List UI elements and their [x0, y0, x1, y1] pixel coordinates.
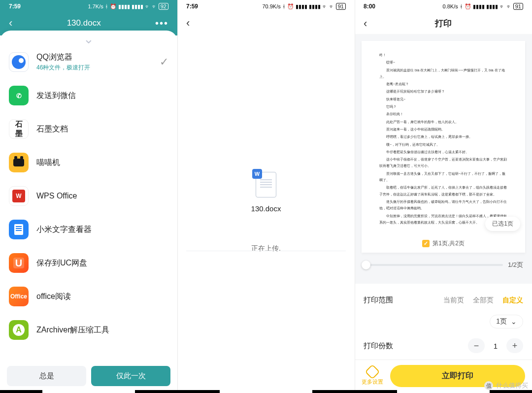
page-slider[interactable]: 1/2页	[362, 253, 525, 275]
slider-label: 1/2页	[508, 261, 523, 269]
battery-icon: 91	[513, 3, 523, 10]
always-button[interactable]: 总是	[7, 366, 86, 386]
chevron-down-icon: ⌄	[511, 318, 517, 326]
sheet-footer: 总是 仅此一次	[0, 361, 177, 393]
phone-share-sheet: 7:59 1.7K/s ᚼ ⏰ ▮▮▮▮ ▮▮▮▮ ᯤ ᯤ 92 ‹ 130.d…	[0, 0, 177, 393]
app-label: 保存到UC网盘	[36, 258, 87, 268]
app-label: office阅读	[36, 292, 71, 302]
app-row-zarchiver[interactable]: A ZArchiver解压缩工具	[0, 313, 177, 347]
page-footer: ✓ 第1页,共2页	[362, 239, 525, 248]
app-row-xiaomi-doc[interactable]: 小米文字查看器	[0, 213, 177, 246]
print-range-row: 打印范围 当前页 全部页 自定义	[364, 291, 523, 310]
app-label: 喵喵机	[36, 158, 60, 168]
qq-browser-icon	[9, 52, 29, 72]
office-read-icon: Office	[9, 287, 29, 306]
slider-track[interactable]	[364, 264, 503, 266]
divider	[186, 251, 346, 251]
phone-print: 8:00 0.8K/s ᚼ ⏰ ▮▮▮▮ ▮▮▮▮ ᯤ ᯤ 91 ‹ 打印 咚！…	[355, 0, 532, 393]
wifi-icon: ᯤ	[152, 3, 157, 9]
range-select[interactable]: 1页 ⌄	[490, 315, 523, 328]
range-opt-custom[interactable]: 自定义	[502, 296, 523, 305]
shimo-icon: 石墨	[9, 119, 29, 139]
back-button[interactable]: ‹	[9, 18, 12, 29]
title-bar: ‹ 打印	[355, 13, 532, 34]
signal-icon: ▮▮▮▮	[132, 3, 143, 10]
print-button[interactable]: 立即打印	[390, 365, 525, 387]
sheet-handle[interactable]: ⌄	[83, 33, 94, 45]
plus-button[interactable]: +	[506, 338, 523, 353]
more-button[interactable]: •••	[155, 18, 168, 28]
docx-badge: W	[252, 169, 262, 179]
range-opt-all[interactable]: 全部页	[473, 296, 494, 305]
print-settings: 打印范围 当前页 全部页 自定义 1页 ⌄ 打印份数 − 1 +	[355, 284, 532, 360]
checkbox-icon[interactable]: ✓	[422, 240, 430, 247]
status-right: 0.8K/s ᚼ ⏰ ▮▮▮▮ ▮▮▮▮ ᯤ ᯤ 91	[443, 3, 523, 10]
status-bar: 8:00 0.8K/s ᚼ ⏰ ▮▮▮▮ ▮▮▮▮ ᯤ ᯤ 91	[355, 0, 532, 13]
page-title: 打印	[435, 18, 452, 29]
signal-icon: ▮▮▮▮	[309, 3, 321, 10]
miaomiao-icon	[9, 153, 29, 172]
print-range-label: 打印范围	[364, 295, 393, 305]
alarm-icon: ⏰	[287, 3, 294, 10]
wifi-icon: ᯤ	[329, 3, 334, 9]
range-segmented: 当前页 全部页 自定义	[443, 296, 523, 305]
minus-button[interactable]: −	[468, 338, 485, 353]
back-button[interactable]: ‹	[186, 18, 190, 29]
selected-chip: 已选1页	[485, 217, 520, 231]
more-settings-button[interactable]: 更多设置	[362, 366, 383, 386]
app-row-wechat[interactable]: ✆ 发送到微信	[0, 79, 177, 112]
copies-row: 打印份数 − 1 +	[364, 333, 523, 358]
check-icon: ✓	[160, 56, 168, 68]
upload-filename: 130.docx	[251, 204, 281, 213]
zarchiver-icon: A	[9, 320, 29, 340]
app-label: 小米文字查看器	[36, 225, 92, 235]
status-bar: 7:59 1.7K/s ᚼ ⏰ ▮▮▮▮ ▮▮▮▮ ᯤ ᯤ 92	[0, 0, 177, 13]
gear-icon	[365, 364, 380, 379]
bottom-bar: 更多设置 立即打印	[355, 360, 532, 393]
android-navbar	[355, 390, 532, 393]
range-select-row: 1页 ⌄	[364, 310, 523, 333]
signal-icon: ▮▮▮▮	[473, 3, 485, 10]
app-row-miaomiao[interactable]: 喵喵机	[0, 146, 177, 179]
once-button[interactable]: 仅此一次	[91, 366, 170, 386]
slider-thumb[interactable]	[362, 261, 370, 269]
status-time: 8:00	[364, 3, 375, 10]
signal-icon: ▮▮▮▮	[486, 3, 498, 10]
print-area: 咚！哎呀~景河被跳的直接往 bia 在大树门上，大树门吱吱~一声慢慢打开，又 b…	[355, 34, 532, 284]
back-button[interactable]: ‹	[364, 18, 367, 29]
battery-icon: 91	[336, 3, 346, 10]
wifi-icon: ᯤ	[322, 3, 328, 9]
file-title: 130.docx	[67, 18, 101, 28]
bluetooth-icon: ᚼ	[282, 3, 286, 9]
phone-uploading: 7:59 70.9K/s ᚼ ⏰ ▮▮▮▮ ▮▮▮▮ ᯤ ᯤ 91 ‹ W 13…	[177, 0, 355, 393]
upload-panel: W 130.docx 正在上传.	[177, 32, 355, 393]
app-label: WPS Office	[36, 192, 77, 200]
signal-icon: ▮▮▮▮	[296, 3, 307, 10]
docx-icon: W	[256, 172, 276, 197]
status-bar: 7:59 70.9K/s ᚼ ⏰ ▮▮▮▮ ▮▮▮▮ ᯤ ᯤ 91	[177, 0, 355, 13]
app-row-office-read[interactable]: Office office阅读	[0, 280, 177, 313]
wifi-icon: ᯤ	[499, 3, 505, 9]
page-preview[interactable]: 咚！哎呀~景河被跳的直接往 bia 在大树门上，大树门吱吱~一声慢慢打开，又 b…	[362, 41, 525, 253]
range-opt-current[interactable]: 当前页	[443, 296, 464, 305]
wifi-icon: ᯤ	[145, 3, 150, 9]
title-bar: ‹ 130.docx •••	[0, 13, 177, 31]
signal-icon: ▮▮▮▮	[118, 3, 130, 10]
app-label: 发送到微信	[36, 91, 76, 101]
app-row-wps[interactable]: W WPS Office	[0, 179, 177, 213]
title-bar: ‹	[177, 13, 355, 32]
app-row-qq-browser[interactable]: QQ浏览器 46种文件，极速打开 ✓	[0, 45, 177, 79]
battery-icon: 92	[159, 3, 168, 10]
status-right: 1.7K/s ᚼ ⏰ ▮▮▮▮ ▮▮▮▮ ᯤ ᯤ 92	[88, 3, 168, 10]
app-row-shimo[interactable]: 石墨 石墨文档	[0, 112, 177, 146]
copies-label: 打印份数	[364, 341, 393, 351]
uc-icon: U	[9, 253, 29, 273]
app-list: QQ浏览器 46种文件，极速打开 ✓ ✆ 发送到微信 石墨 石墨文档 喵喵机 W…	[0, 45, 177, 361]
bluetooth-icon: ᚼ	[105, 3, 108, 9]
app-label: ZArchiver解压缩工具	[36, 325, 109, 335]
xiaomi-doc-icon	[9, 220, 29, 239]
preview-text: 咚！哎呀~景河被跳的直接往 bia 在大树门上，大树门吱吱~一声慢慢打开，又 b…	[379, 52, 507, 226]
app-row-uc-cloud[interactable]: U 保存到UC网盘	[0, 246, 177, 280]
app-sublabel: 46种文件，极速打开	[36, 64, 90, 72]
page-counter: 第1页,共2页	[432, 239, 465, 248]
